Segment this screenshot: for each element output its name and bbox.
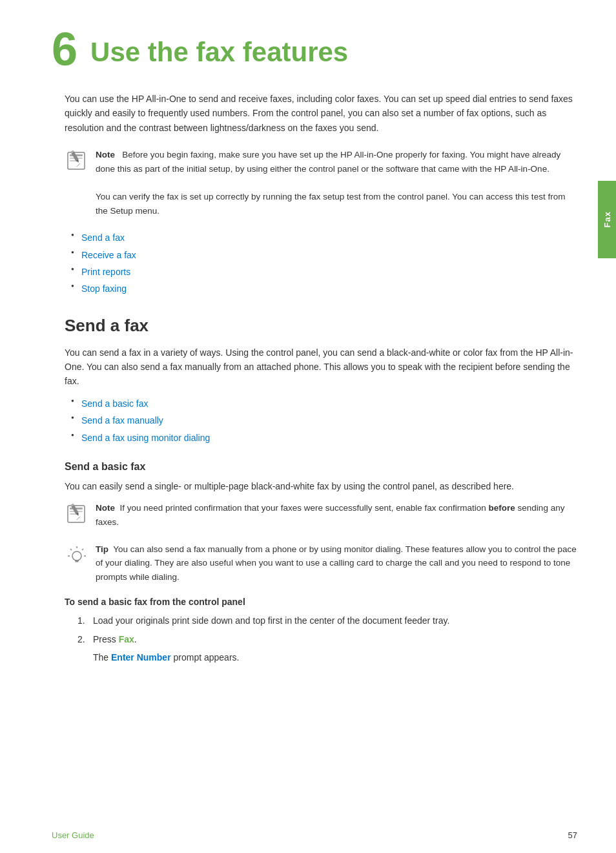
send-fax-link-item-1: Send a basic fax — [71, 396, 577, 411]
toc-list: Send a fax Receive a fax Print reports S… — [71, 231, 577, 296]
note-label-1: Note — [96, 150, 115, 159]
note-label-2: Note — [96, 503, 115, 513]
toc-link-send-fax[interactable]: Send a fax — [81, 232, 125, 243]
tip-text: You can also send a fax manually from a … — [96, 544, 577, 582]
svg-line-7 — [77, 163, 80, 167]
toc-item-send-fax: Send a fax — [71, 231, 577, 245]
step-3: The Enter Number prompt appears. — [77, 650, 577, 664]
step-3-after: prompt appears. — [171, 652, 240, 663]
send-fax-paragraph: You can send a fax in a variety of ways.… — [65, 345, 577, 389]
send-fax-link-item-2: Send a fax manually — [71, 413, 577, 427]
svg-point-21 — [72, 551, 81, 560]
note-text-2: If you need printed confirmation that yo… — [96, 503, 564, 527]
note-icon — [65, 149, 89, 174]
toc-item-receive-fax: Receive a fax — [71, 248, 577, 262]
send-fax-link-item-3: Send a fax using monitor dialing — [71, 431, 577, 445]
intro-paragraph: You can use the HP All-in-One to send an… — [65, 92, 577, 135]
chapter-header: 6 Use the fax features — [52, 32, 577, 72]
send-basic-fax-heading: Send a basic fax — [65, 461, 577, 473]
step-2-num: 2. — [77, 632, 85, 646]
steps-list: 1. Load your originals print side down a… — [77, 613, 577, 664]
toc-link-receive-fax[interactable]: Receive a fax — [81, 250, 136, 260]
note-body-1: Before you begin faxing, make sure you h… — [96, 150, 560, 174]
note-icon-2 — [65, 502, 89, 527]
toc-link-stop-faxing[interactable]: Stop faxing — [81, 283, 127, 294]
step-1-text: Load your originals print side down and … — [93, 615, 449, 626]
toc-item-stop-faxing: Stop faxing — [71, 282, 577, 296]
step-3-highlight: Enter Number — [111, 652, 171, 663]
step-1-num: 1. — [77, 613, 85, 628]
toc-link-print-reports[interactable]: Print reports — [81, 267, 130, 277]
svg-rect-23 — [76, 561, 79, 562]
page-container: Fax 6 Use the fax features You can use t… — [0, 0, 616, 853]
link-send-fax-manually[interactable]: Send a fax manually — [81, 415, 163, 426]
send-basic-fax-paragraph: You can easily send a single- or multipl… — [65, 479, 577, 493]
chapter-title: Use the fax features — [90, 32, 348, 67]
step-2-before: Press — [93, 634, 119, 644]
chapter-number: 6 — [52, 26, 77, 72]
link-send-basic-fax[interactable]: Send a basic fax — [81, 398, 149, 409]
side-tab: Fax — [598, 181, 616, 258]
svg-rect-22 — [75, 560, 79, 561]
tip-label: Tip — [96, 544, 108, 554]
footer-label: User Guide — [52, 830, 94, 840]
content-area: You can use the HP All-in-One to send an… — [65, 92, 577, 665]
step-3-before: The — [93, 652, 111, 663]
control-panel-heading: To send a basic fax from the control pan… — [65, 597, 577, 607]
send-fax-heading: Send a fax — [65, 316, 577, 336]
note-box-1: Note Before you begin faxing, make sure … — [65, 148, 577, 218]
note-extra-1: You can verify the fax is set up correct… — [96, 192, 565, 216]
svg-line-15 — [77, 517, 80, 520]
link-send-fax-monitor[interactable]: Send a fax using monitor dialing — [81, 433, 210, 443]
step-1: 1. Load your originals print side down a… — [77, 613, 577, 628]
tip-content: Tip You can also send a fax manually fro… — [96, 542, 577, 584]
toc-item-print-reports: Print reports — [71, 265, 577, 279]
side-tab-label: Fax — [602, 211, 612, 227]
page-footer: User Guide 57 — [0, 830, 616, 840]
step-2: 2. Press Fax. — [77, 632, 577, 646]
tip-box: Tip You can also send a fax manually fro… — [65, 542, 577, 584]
svg-line-17 — [82, 549, 83, 550]
tip-icon — [65, 544, 89, 568]
step-2-after: . — [134, 634, 137, 644]
send-fax-links-list: Send a basic fax Send a fax manually Sen… — [71, 396, 577, 445]
note-content-1: Note Before you begin faxing, make sure … — [96, 148, 577, 218]
svg-line-18 — [70, 549, 72, 550]
footer-page: 57 — [568, 830, 577, 840]
note-box-2: Note If you need printed confirmation th… — [65, 501, 577, 529]
step-2-highlight: Fax — [119, 634, 134, 644]
note-content-2: Note If you need printed confirmation th… — [96, 501, 577, 529]
